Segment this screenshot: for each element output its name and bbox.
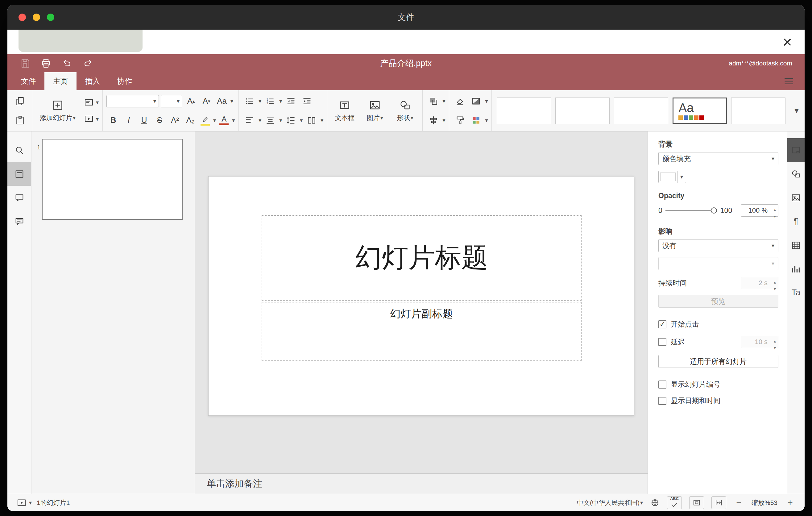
- bullets-button[interactable]: [242, 94, 257, 109]
- table-settings-tab[interactable]: [787, 233, 805, 257]
- font-name-combo[interactable]: [107, 95, 159, 107]
- save-icon[interactable]: [20, 58, 30, 68]
- decrease-indent-button[interactable]: [284, 94, 298, 109]
- slide-settings-tab[interactable]: [787, 138, 805, 162]
- theme-tile[interactable]: [497, 97, 551, 124]
- redo-icon[interactable]: [83, 58, 93, 68]
- paragraph-settings-tab[interactable]: ¶: [787, 209, 805, 233]
- notes-area[interactable]: 单击添加备注: [195, 474, 647, 494]
- slide[interactable]: 幻灯片标题 幻灯片副标题: [208, 176, 634, 416]
- font-size-combo[interactable]: [161, 95, 182, 107]
- chart-settings-tab[interactable]: [787, 257, 805, 281]
- copy-button[interactable]: [13, 94, 27, 109]
- spinner-down-icon[interactable]: [774, 344, 776, 351]
- theme-gallery-expand-button[interactable]: [788, 93, 805, 129]
- chevron-down-icon[interactable]: [29, 499, 32, 506]
- effect-select[interactable]: 没有: [658, 239, 778, 252]
- background-color-picker[interactable]: [658, 171, 686, 183]
- start-slideshow-icon[interactable]: [17, 498, 27, 508]
- zoom-traffic-button[interactable]: [47, 13, 54, 21]
- theme-tile[interactable]: [731, 97, 785, 124]
- font-color-button[interactable]: A: [218, 113, 230, 128]
- opacity-slider[interactable]: [665, 207, 717, 214]
- tab-insert[interactable]: 插入: [77, 72, 109, 90]
- subscript-button[interactable]: A₂: [183, 113, 197, 128]
- arrange-shapes-button[interactable]: [426, 94, 440, 109]
- slide-canvas[interactable]: 幻灯片标题 幻灯片副标题: [195, 132, 647, 474]
- apply-to-all-button[interactable]: 适用于所有幻灯片: [658, 355, 778, 368]
- strikethrough-button[interactable]: S: [153, 113, 166, 128]
- feedback-button[interactable]: [7, 209, 31, 233]
- clear-style-button[interactable]: [453, 94, 467, 109]
- spinner-up-icon[interactable]: [774, 337, 776, 344]
- vertical-align-button[interactable]: [263, 113, 277, 128]
- increase-font-button[interactable]: A: [184, 94, 198, 109]
- effect-type-select[interactable]: [658, 257, 778, 270]
- slide-settings-button[interactable]: [469, 94, 483, 109]
- copy-style-button[interactable]: [453, 113, 467, 128]
- align-shapes-button[interactable]: [426, 113, 440, 128]
- minimize-traffic-button[interactable]: [33, 13, 40, 21]
- underline-button[interactable]: U: [137, 113, 151, 128]
- add-slide-button[interactable]: 添加幻灯片: [37, 93, 79, 129]
- spinner-up-icon[interactable]: [774, 278, 776, 285]
- language-selector[interactable]: 中文(中华人民共和国): [577, 498, 643, 507]
- align-button[interactable]: [242, 113, 257, 128]
- theme-tile[interactable]: [555, 97, 610, 124]
- insert-shape-button[interactable]: 形状: [392, 93, 419, 129]
- title-placeholder[interactable]: 幻灯片标题: [262, 215, 582, 300]
- bold-button[interactable]: B: [107, 113, 120, 128]
- theme-tile-selected[interactable]: Aa: [672, 97, 727, 124]
- delay-checkbox[interactable]: [658, 338, 666, 346]
- slider-knob[interactable]: [711, 207, 717, 213]
- subtitle-placeholder[interactable]: 幻灯片副标题: [262, 302, 582, 361]
- spellcheck-button[interactable]: ABC: [667, 496, 682, 509]
- menu-icon[interactable]: [783, 75, 795, 87]
- increase-indent-button[interactable]: [300, 94, 314, 109]
- globe-icon[interactable]: [650, 498, 660, 507]
- show-date-time-checkbox[interactable]: [658, 397, 666, 405]
- textart-settings-tab[interactable]: Ta: [787, 281, 805, 305]
- tab-file[interactable]: 文件: [12, 72, 45, 90]
- line-spacing-button[interactable]: [284, 113, 298, 128]
- preview-button[interactable]: 预览: [658, 295, 778, 308]
- image-settings-tab[interactable]: [787, 186, 805, 209]
- color-scheme-button[interactable]: [469, 113, 483, 128]
- insert-image-button[interactable]: 图片: [361, 93, 388, 129]
- search-button[interactable]: [7, 138, 31, 162]
- delay-spinner[interactable]: 10 s: [741, 336, 778, 348]
- shape-settings-tab[interactable]: [787, 162, 805, 186]
- tab-collaboration[interactable]: 协作: [109, 72, 141, 90]
- change-case-button[interactable]: Aa: [215, 94, 229, 109]
- close-traffic-button[interactable]: [19, 13, 26, 21]
- opacity-spinner[interactable]: 100 %: [741, 204, 778, 217]
- insert-textbox-button[interactable]: 文本框: [331, 93, 358, 129]
- spinner-down-icon[interactable]: [774, 285, 776, 292]
- fit-slide-button[interactable]: [689, 496, 704, 509]
- undo-icon[interactable]: [62, 58, 72, 68]
- duration-spinner[interactable]: 2 s: [741, 277, 778, 289]
- columns-button[interactable]: [304, 113, 319, 128]
- close-icon[interactable]: ×: [778, 33, 796, 51]
- background-fill-select[interactable]: 颜色填充: [658, 152, 778, 165]
- slides-panel-button[interactable]: [7, 162, 31, 186]
- show-slide-number-checkbox[interactable]: [658, 380, 666, 389]
- start-slideshow-button[interactable]: [82, 112, 99, 126]
- decrease-font-button[interactable]: A: [200, 94, 213, 109]
- zoom-out-button[interactable]: −: [734, 497, 744, 508]
- theme-tile[interactable]: [614, 97, 668, 124]
- superscript-button[interactable]: A²: [168, 113, 182, 128]
- paste-button[interactable]: [13, 113, 27, 128]
- numbering-button[interactable]: 123: [263, 94, 277, 109]
- highlight-color-button[interactable]: [199, 113, 211, 128]
- print-icon[interactable]: [41, 58, 51, 68]
- comments-button[interactable]: [7, 186, 31, 209]
- zoom-in-button[interactable]: +: [785, 497, 795, 508]
- spinner-down-icon[interactable]: [774, 212, 776, 219]
- italic-button[interactable]: I: [122, 113, 136, 128]
- tab-home[interactable]: 主页: [45, 72, 77, 90]
- start-on-click-checkbox[interactable]: [658, 320, 666, 328]
- slide-thumbnail[interactable]: [42, 139, 183, 220]
- spinner-up-icon[interactable]: [774, 205, 776, 212]
- fit-width-button[interactable]: [712, 496, 726, 509]
